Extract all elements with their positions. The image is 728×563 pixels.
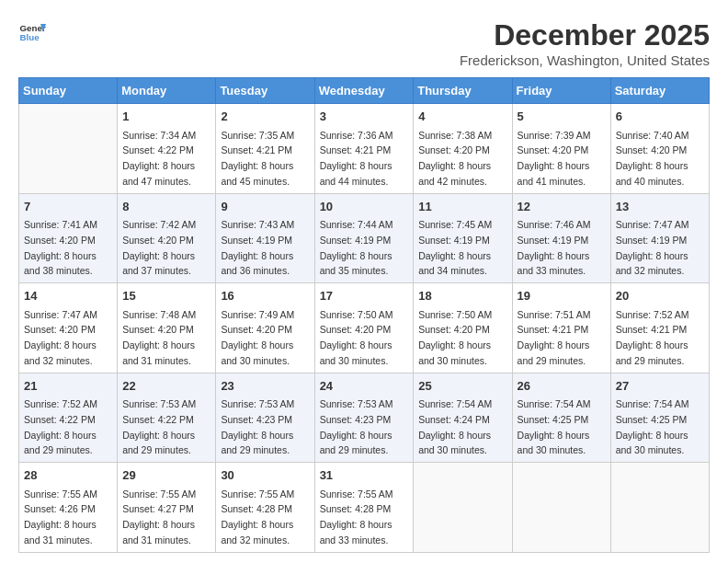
day-number: 4 <box>418 108 506 126</box>
day-number: 28 <box>24 466 112 485</box>
day-number: 11 <box>418 198 506 216</box>
calendar-cell: 27Sunrise: 7:54 AM Sunset: 4:25 PM Dayli… <box>610 373 709 463</box>
day-info: Sunrise: 7:50 AM Sunset: 4:20 PM Dayligh… <box>418 309 492 366</box>
calendar-cell: 14Sunrise: 7:47 AM Sunset: 4:20 PM Dayli… <box>19 283 118 373</box>
svg-text:Blue: Blue <box>20 32 40 42</box>
day-info: Sunrise: 7:55 AM Sunset: 4:28 PM Dayligh… <box>221 488 294 546</box>
calendar-cell: 28Sunrise: 7:55 AM Sunset: 4:26 PM Dayli… <box>19 463 118 553</box>
calendar-cell: 29Sunrise: 7:55 AM Sunset: 4:27 PM Dayli… <box>118 463 216 553</box>
day-info: Sunrise: 7:52 AM Sunset: 4:21 PM Dayligh… <box>616 309 689 366</box>
day-number: 15 <box>122 287 210 305</box>
calendar-cell: 22Sunrise: 7:53 AM Sunset: 4:22 PM Dayli… <box>118 373 216 463</box>
page-header: General Blue December 2025 Frederickson,… <box>18 18 710 68</box>
calendar-cell: 31Sunrise: 7:55 AM Sunset: 4:28 PM Dayli… <box>314 463 414 553</box>
day-info: Sunrise: 7:48 AM Sunset: 4:20 PM Dayligh… <box>122 309 196 366</box>
day-info: Sunrise: 7:55 AM Sunset: 4:27 PM Dayligh… <box>122 488 196 546</box>
calendar-header-row: SundayMondayTuesdayWednesdayThursdayFrid… <box>19 78 710 104</box>
calendar-cell: 24Sunrise: 7:53 AM Sunset: 4:23 PM Dayli… <box>314 373 414 463</box>
day-info: Sunrise: 7:36 AM Sunset: 4:21 PM Dayligh… <box>320 130 393 187</box>
day-info: Sunrise: 7:42 AM Sunset: 4:20 PM Dayligh… <box>122 219 196 276</box>
month-title: December 2025 <box>460 18 710 52</box>
day-number: 13 <box>616 198 704 216</box>
day-info: Sunrise: 7:35 AM Sunset: 4:21 PM Dayligh… <box>221 130 294 187</box>
day-info: Sunrise: 7:34 AM Sunset: 4:22 PM Dayligh… <box>122 130 196 187</box>
calendar-cell: 11Sunrise: 7:45 AM Sunset: 4:19 PM Dayli… <box>414 193 512 283</box>
calendar-cell: 3Sunrise: 7:36 AM Sunset: 4:21 PM Daylig… <box>314 104 414 194</box>
calendar-table: SundayMondayTuesdayWednesdayThursdayFrid… <box>18 77 710 553</box>
calendar-cell: 12Sunrise: 7:46 AM Sunset: 4:19 PM Dayli… <box>512 193 610 283</box>
day-number: 23 <box>221 377 309 396</box>
day-number: 1 <box>122 108 210 126</box>
day-number: 25 <box>418 377 506 396</box>
calendar-cell: 8Sunrise: 7:42 AM Sunset: 4:20 PM Daylig… <box>118 193 216 283</box>
day-number: 12 <box>518 198 606 216</box>
day-number: 8 <box>122 198 210 216</box>
location-title: Frederickson, Washington, United States <box>460 52 710 68</box>
calendar-week-2: 7Sunrise: 7:41 AM Sunset: 4:20 PM Daylig… <box>19 193 710 283</box>
header-monday: Monday <box>118 78 216 104</box>
day-info: Sunrise: 7:54 AM Sunset: 4:25 PM Dayligh… <box>518 398 591 455</box>
day-info: Sunrise: 7:45 AM Sunset: 4:19 PM Dayligh… <box>418 219 492 276</box>
day-info: Sunrise: 7:49 AM Sunset: 4:20 PM Dayligh… <box>221 309 294 366</box>
calendar-cell: 15Sunrise: 7:48 AM Sunset: 4:20 PM Dayli… <box>118 283 216 373</box>
day-info: Sunrise: 7:38 AM Sunset: 4:20 PM Dayligh… <box>418 130 492 187</box>
day-number: 2 <box>221 108 309 126</box>
day-number: 21 <box>24 377 112 396</box>
day-number: 31 <box>320 466 409 485</box>
day-info: Sunrise: 7:52 AM Sunset: 4:22 PM Dayligh… <box>24 398 97 455</box>
day-info: Sunrise: 7:54 AM Sunset: 4:25 PM Dayligh… <box>616 398 689 455</box>
day-number: 18 <box>418 287 506 305</box>
calendar-week-1: 1Sunrise: 7:34 AM Sunset: 4:22 PM Daylig… <box>19 104 710 194</box>
day-info: Sunrise: 7:41 AM Sunset: 4:20 PM Dayligh… <box>24 219 97 276</box>
day-info: Sunrise: 7:53 AM Sunset: 4:23 PM Dayligh… <box>320 398 393 455</box>
day-info: Sunrise: 7:51 AM Sunset: 4:21 PM Dayligh… <box>518 309 591 366</box>
calendar-cell: 5Sunrise: 7:39 AM Sunset: 4:20 PM Daylig… <box>512 104 610 194</box>
calendar-cell <box>610 463 709 553</box>
day-info: Sunrise: 7:55 AM Sunset: 4:28 PM Dayligh… <box>320 488 393 546</box>
day-info: Sunrise: 7:50 AM Sunset: 4:20 PM Dayligh… <box>320 309 393 366</box>
day-number: 7 <box>24 198 112 216</box>
day-info: Sunrise: 7:53 AM Sunset: 4:23 PM Dayligh… <box>221 398 294 455</box>
logo: General Blue <box>18 18 46 46</box>
calendar-cell: 20Sunrise: 7:52 AM Sunset: 4:21 PM Dayli… <box>610 283 709 373</box>
header-tuesday: Tuesday <box>216 78 314 104</box>
calendar-cell: 25Sunrise: 7:54 AM Sunset: 4:24 PM Dayli… <box>414 373 512 463</box>
day-number: 26 <box>518 377 606 396</box>
day-info: Sunrise: 7:53 AM Sunset: 4:22 PM Dayligh… <box>122 398 196 455</box>
header-friday: Friday <box>512 78 610 104</box>
day-info: Sunrise: 7:43 AM Sunset: 4:19 PM Dayligh… <box>221 219 294 276</box>
day-number: 5 <box>518 108 606 126</box>
calendar-cell: 26Sunrise: 7:54 AM Sunset: 4:25 PM Dayli… <box>512 373 610 463</box>
calendar-cell: 13Sunrise: 7:47 AM Sunset: 4:19 PM Dayli… <box>610 193 709 283</box>
day-number: 27 <box>616 377 704 396</box>
calendar-cell: 1Sunrise: 7:34 AM Sunset: 4:22 PM Daylig… <box>118 104 216 194</box>
day-number: 30 <box>221 466 309 485</box>
day-info: Sunrise: 7:39 AM Sunset: 4:20 PM Dayligh… <box>518 130 591 187</box>
header-saturday: Saturday <box>610 78 709 104</box>
calendar-cell: 18Sunrise: 7:50 AM Sunset: 4:20 PM Dayli… <box>414 283 512 373</box>
calendar-cell: 23Sunrise: 7:53 AM Sunset: 4:23 PM Dayli… <box>216 373 314 463</box>
title-area: December 2025 Frederickson, Washington, … <box>460 18 710 68</box>
day-info: Sunrise: 7:54 AM Sunset: 4:24 PM Dayligh… <box>418 398 492 455</box>
calendar-cell: 21Sunrise: 7:52 AM Sunset: 4:22 PM Dayli… <box>19 373 118 463</box>
calendar-cell <box>512 463 610 553</box>
day-info: Sunrise: 7:47 AM Sunset: 4:20 PM Dayligh… <box>24 309 97 366</box>
day-info: Sunrise: 7:46 AM Sunset: 4:19 PM Dayligh… <box>518 219 591 276</box>
day-info: Sunrise: 7:40 AM Sunset: 4:20 PM Dayligh… <box>616 130 689 187</box>
day-number: 29 <box>122 466 210 485</box>
calendar-cell: 17Sunrise: 7:50 AM Sunset: 4:20 PM Dayli… <box>314 283 414 373</box>
day-number: 16 <box>221 287 309 305</box>
calendar-cell: 10Sunrise: 7:44 AM Sunset: 4:19 PM Dayli… <box>314 193 414 283</box>
day-number: 17 <box>320 287 409 305</box>
day-number: 22 <box>122 377 210 396</box>
calendar-week-4: 21Sunrise: 7:52 AM Sunset: 4:22 PM Dayli… <box>19 373 710 463</box>
calendar-cell: 30Sunrise: 7:55 AM Sunset: 4:28 PM Dayli… <box>216 463 314 553</box>
calendar-week-3: 14Sunrise: 7:47 AM Sunset: 4:20 PM Dayli… <box>19 283 710 373</box>
calendar-cell: 9Sunrise: 7:43 AM Sunset: 4:19 PM Daylig… <box>216 193 314 283</box>
day-number: 10 <box>320 198 409 216</box>
header-thursday: Thursday <box>414 78 512 104</box>
calendar-cell: 4Sunrise: 7:38 AM Sunset: 4:20 PM Daylig… <box>414 104 512 194</box>
day-number: 24 <box>320 377 409 396</box>
calendar-cell: 6Sunrise: 7:40 AM Sunset: 4:20 PM Daylig… <box>610 104 709 194</box>
calendar-cell: 16Sunrise: 7:49 AM Sunset: 4:20 PM Dayli… <box>216 283 314 373</box>
